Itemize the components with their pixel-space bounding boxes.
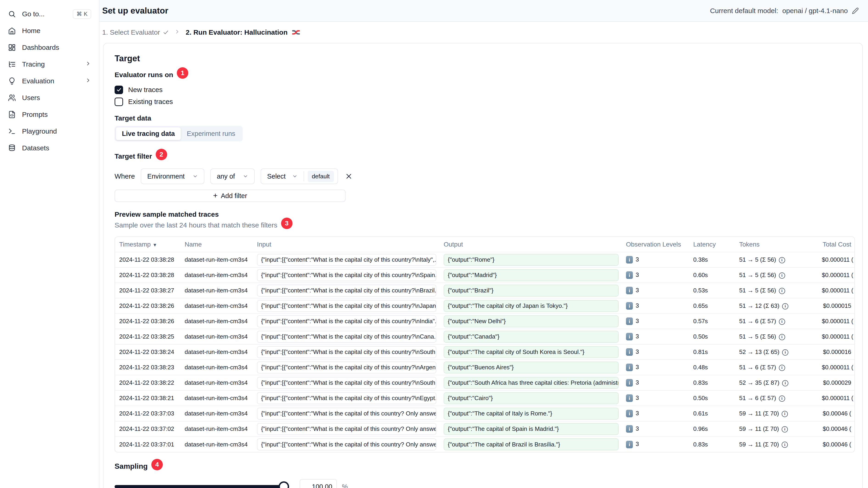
filter-operator-select[interactable]: any of [210, 168, 255, 184]
trace-output-preview[interactable]: {"output":"New Delhi"} [444, 315, 619, 327]
trace-output-preview[interactable]: {"output":"The capital of Italy is Rome.… [444, 408, 619, 420]
filter-column-select[interactable]: Environment [141, 168, 205, 184]
trace-input-preview[interactable]: {"input":[{"content":"What is the capita… [257, 331, 436, 343]
trace-output-preview[interactable]: {"output":"The capital of Brazil is Bras… [444, 438, 619, 450]
token-usage: 51 → 5 (Σ 56) [739, 333, 776, 340]
slider-thumb[interactable] [279, 481, 289, 488]
trace-input-preview[interactable]: {"input":[{"content":"What is the capita… [257, 377, 436, 389]
trace-input-preview[interactable]: {"input":[{"content":"What is the capita… [257, 408, 436, 420]
table-row[interactable]: 2024-11-22 03:37:02 dataset-run-item-cm3… [115, 421, 855, 436]
trace-input-preview[interactable]: {"input":[{"content":"What is the capita… [257, 285, 436, 297]
table-row[interactable]: 2024-11-22 03:37:01 dataset-run-item-cm3… [115, 436, 855, 452]
step-run-evaluator[interactable]: 2. Run Evaluator: Hallucination [186, 28, 301, 37]
sidebar-item-dashboards[interactable]: Dashboards [0, 39, 99, 56]
existing-traces-checkbox[interactable] [115, 98, 123, 106]
info-icon[interactable]: i [779, 288, 785, 294]
trace-input-preview[interactable]: {"input":[{"content":"What is the capita… [257, 361, 436, 373]
col-input[interactable]: Input [253, 237, 439, 252]
trace-output-preview[interactable]: {"output":"Buenos Aires"} [444, 361, 619, 373]
sidebar-item-prompts[interactable]: Prompts [0, 106, 99, 123]
table-row[interactable]: 2024-11-22 03:38:27 dataset-run-item-cm3… [115, 283, 855, 298]
info-icon[interactable]: i [779, 319, 785, 325]
trace-output-text: {"output":"Buenos Aires"} [448, 364, 514, 371]
info-icon[interactable]: i [779, 365, 785, 371]
trace-name: dataset-run-item-cm3s4 [185, 256, 248, 263]
tab-experiment-runs[interactable]: Experiment runs [181, 127, 241, 140]
trace-input-preview[interactable]: {"input":[{"content":"What is the capita… [257, 438, 436, 450]
trace-input-preview[interactable]: {"input":[{"content":"What is the capita… [257, 392, 436, 404]
sidebar-item-label: Evaluation [22, 77, 54, 85]
trace-input-preview[interactable]: {"input":[{"content":"What is the capita… [257, 423, 436, 435]
trace-input-preview[interactable]: {"input":[{"content":"What is the capita… [257, 300, 436, 312]
table-row[interactable]: 2024-11-22 03:38:24 dataset-run-item-cm3… [115, 344, 855, 360]
trace-input-text: {"input":[{"content":"What is the capita… [261, 287, 436, 294]
sidebar-item-label: Users [22, 94, 40, 102]
tab-live-tracing-data[interactable]: Live tracing data [116, 127, 181, 140]
sidebar-item-users[interactable]: Users [0, 89, 99, 106]
sidebar-item-evaluation[interactable]: Evaluation [0, 72, 99, 89]
divider [304, 171, 304, 181]
table-row[interactable]: 2024-11-22 03:38:23 dataset-run-item-cm3… [115, 360, 855, 375]
col-timestamp[interactable]: Timestamp▼ [115, 237, 181, 252]
sidebar-item-datasets[interactable]: Datasets [0, 139, 99, 156]
trace-output-preview[interactable]: {"output":"Madrid"} [444, 269, 619, 281]
sidebar-item-playground[interactable]: Playground [0, 123, 99, 139]
sidebar-item-tracing[interactable]: Tracing [0, 56, 99, 72]
trace-output-preview[interactable]: {"output":"Canada"} [444, 331, 619, 343]
col-total-cost[interactable]: Total Cost [818, 237, 855, 252]
trace-timestamp: 2024-11-22 03:37:01 [119, 441, 174, 448]
table-row[interactable]: 2024-11-22 03:38:25 dataset-run-item-cm3… [115, 329, 855, 344]
trace-input-preview[interactable]: {"input":[{"content":"What is the capita… [257, 254, 436, 266]
info-icon[interactable]: i [779, 334, 785, 340]
sampling-percent-input[interactable] [300, 479, 337, 488]
trace-output-preview[interactable]: {"output":"Cairo"} [444, 392, 619, 404]
info-icon[interactable]: i [782, 349, 788, 356]
goto-search[interactable]: Go to... ⌘ K [0, 5, 99, 22]
info-icon[interactable]: i [779, 272, 785, 279]
token-usage: 51 → 6 (Σ 57) [739, 364, 776, 371]
step-select-evaluator[interactable]: 1. Select Evaluator [102, 29, 169, 36]
trace-output-preview[interactable]: {"output":"The capital of Spain is Madri… [444, 423, 619, 435]
trace-timestamp: 2024-11-22 03:38:23 [119, 364, 174, 371]
table-row[interactable]: 2024-11-22 03:38:28 dataset-run-item-cm3… [115, 267, 855, 283]
table-row[interactable]: 2024-11-22 03:38:28 dataset-run-item-cm3… [115, 252, 855, 267]
col-observation-levels[interactable]: Observation Levels [622, 237, 689, 252]
trace-input-text: {"input":[{"content":"What is the capita… [261, 256, 436, 263]
info-icon[interactable]: i [779, 395, 785, 402]
info-icon[interactable]: i [779, 257, 785, 263]
trace-name: dataset-run-item-cm3s4 [185, 318, 248, 325]
trace-input-preview[interactable]: {"input":[{"content":"What is the capita… [257, 315, 436, 327]
token-usage: 51 → 5 (Σ 56) [739, 271, 776, 279]
trace-output-preview[interactable]: {"output":"The capital city of South Kor… [444, 346, 619, 358]
col-tokens[interactable]: Tokens [735, 237, 818, 252]
col-name[interactable]: Name [181, 237, 253, 252]
trace-output-preview[interactable]: {"output":"South Africa has three capita… [444, 377, 619, 389]
sidebar-item-home[interactable]: Home [0, 22, 99, 39]
filter-value-select[interactable]: Select default [260, 168, 338, 184]
table-row[interactable]: 2024-11-22 03:38:26 dataset-run-item-cm3… [115, 298, 855, 314]
info-icon[interactable]: i [782, 426, 788, 432]
col-latency[interactable]: Latency [689, 237, 735, 252]
info-icon[interactable]: i [782, 303, 788, 310]
table-row[interactable]: 2024-11-22 03:37:03 dataset-run-item-cm3… [115, 406, 855, 421]
remove-filter-button[interactable] [344, 171, 353, 181]
sampling-slider[interactable] [115, 485, 288, 488]
edit-model-icon[interactable] [852, 7, 859, 14]
table-row[interactable]: 2024-11-22 03:38:26 dataset-run-item-cm3… [115, 314, 855, 329]
info-icon[interactable]: i [782, 442, 788, 448]
trace-input-preview[interactable]: {"input":[{"content":"What is the capita… [257, 346, 436, 358]
info-icon[interactable]: i [782, 380, 788, 386]
table-row[interactable]: 2024-11-22 03:38:21 dataset-run-item-cm3… [115, 390, 855, 406]
filter-condition-row: Where Environment any of Select [115, 168, 856, 184]
trace-output-preview[interactable]: {"output":"The capital city of Japan is … [444, 300, 619, 312]
add-filter-button[interactable]: + Add filter [115, 190, 346, 202]
info-icon[interactable]: i [782, 411, 788, 417]
trace-input-preview[interactable]: {"input":[{"content":"What is the capita… [257, 269, 436, 281]
trace-output-preview[interactable]: {"output":"Rome"} [444, 254, 619, 266]
table-row[interactable]: 2024-11-22 03:38:22 dataset-run-item-cm3… [115, 375, 855, 390]
col-output[interactable]: Output [439, 237, 622, 252]
ragas-logo-icon [291, 28, 301, 37]
new-traces-checkbox[interactable] [115, 86, 123, 94]
sort-desc-icon: ▼ [153, 242, 157, 248]
trace-output-preview[interactable]: {"output":"Brazil"} [444, 285, 619, 297]
